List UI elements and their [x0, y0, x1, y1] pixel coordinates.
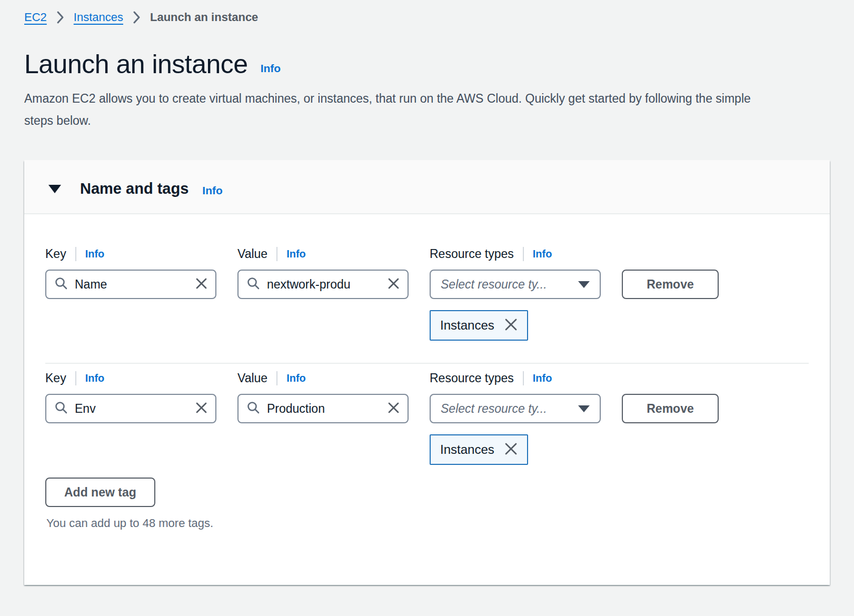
key-label: Key — [45, 247, 66, 261]
label-divider — [276, 247, 277, 261]
search-icon — [246, 401, 261, 417]
select-placeholder: Select resource ty... — [441, 402, 572, 416]
page-description: Amazon EC2 allows you to create virtual … — [24, 87, 777, 132]
remove-column: Remove — [622, 371, 719, 423]
label-divider — [75, 247, 76, 261]
breadcrumb: EC2 Instances Launch an instance — [24, 9, 830, 25]
value-input[interactable] — [267, 277, 381, 292]
key-input-wrapper — [45, 270, 216, 299]
resource-types-label: Resource types — [430, 247, 514, 261]
row-divider — [45, 363, 809, 364]
name-tags-card: Name and tags Info Key Info — [24, 160, 830, 585]
tag-row: Key Info — [45, 371, 809, 465]
key-label: Key — [45, 371, 66, 385]
resource-types-field: Resource types Info Select resource ty..… — [430, 371, 601, 465]
chip-dismiss-button[interactable] — [504, 317, 518, 333]
value-input-wrapper — [237, 270, 409, 299]
value-field: Value Info — [237, 371, 409, 423]
key-input[interactable] — [75, 277, 188, 292]
close-icon — [387, 401, 400, 416]
selected-resource-chips: Instances — [430, 434, 601, 465]
close-icon — [504, 317, 518, 333]
page-title: Launch an instance — [24, 49, 248, 79]
resource-types-info-link[interactable]: Info — [533, 248, 552, 260]
breadcrumb-chevron-icon — [133, 11, 141, 24]
key-field: Key Info — [45, 247, 216, 299]
label-divider — [276, 371, 277, 385]
name-tags-body: Key Info — [24, 214, 830, 585]
page-title-info-link[interactable]: Info — [261, 62, 281, 79]
resource-types-info-link[interactable]: Info — [533, 372, 552, 384]
key-info-link[interactable]: Info — [85, 372, 105, 384]
key-clear-button[interactable] — [195, 401, 208, 416]
tag-row: Key Info — [45, 247, 809, 341]
value-label: Value — [237, 247, 267, 261]
resource-types-field: Resource types Info Select resource ty..… — [430, 247, 601, 341]
label-divider — [523, 371, 524, 385]
value-input-wrapper — [237, 394, 409, 423]
remove-tag-button[interactable]: Remove — [622, 394, 719, 423]
close-icon — [195, 401, 208, 416]
value-field-label-row: Value Info — [237, 247, 409, 261]
value-input[interactable] — [267, 402, 381, 416]
resource-types-label-row: Resource types Info — [430, 247, 601, 261]
value-field-label-row: Value Info — [237, 371, 409, 385]
key-field-label-row: Key Info — [45, 247, 216, 261]
caret-down-icon — [578, 405, 590, 412]
resource-types-select[interactable]: Select resource ty... — [430, 394, 601, 423]
breadcrumb-link-ec2[interactable]: EC2 — [24, 9, 47, 25]
caret-down-icon — [578, 281, 590, 288]
value-clear-button[interactable] — [387, 401, 400, 416]
launch-instance-page: EC2 Instances Launch an instance Launch … — [0, 0, 854, 585]
key-clear-button[interactable] — [195, 277, 208, 292]
breadcrumb-link-instances[interactable]: Instances — [74, 9, 123, 25]
value-field: Value Info — [237, 247, 409, 299]
breadcrumb-chevron-icon — [56, 11, 64, 24]
key-input[interactable] — [75, 402, 188, 416]
tags-remaining-note: You can add up to 48 more tags. — [46, 516, 809, 530]
label-divider — [75, 371, 76, 385]
key-field: Key Info — [45, 371, 216, 423]
resource-types-label: Resource types — [430, 371, 514, 385]
close-icon — [387, 277, 400, 292]
key-input-wrapper — [45, 394, 216, 423]
value-clear-button[interactable] — [387, 277, 400, 292]
search-icon — [54, 276, 68, 293]
key-field-label-row: Key Info — [45, 371, 216, 385]
chip-label: Instances — [440, 442, 494, 457]
resource-types-select[interactable]: Select resource ty... — [430, 270, 601, 299]
name-tags-section-header[interactable]: Name and tags Info — [24, 160, 830, 214]
page-title-row: Launch an instance Info — [24, 49, 830, 79]
section-info-link[interactable]: Info — [202, 184, 222, 197]
remove-column: Remove — [622, 247, 719, 299]
resource-chip-instances: Instances — [430, 310, 528, 341]
remove-tag-button[interactable]: Remove — [622, 270, 719, 299]
collapse-triangle-icon[interactable] — [48, 185, 61, 193]
value-info-link[interactable]: Info — [286, 372, 306, 384]
select-placeholder: Select resource ty... — [441, 277, 572, 292]
add-new-tag-button[interactable]: Add new tag — [45, 478, 155, 507]
close-icon — [504, 442, 518, 458]
add-tag-row: Add new tag — [45, 478, 809, 507]
value-label: Value — [237, 371, 267, 385]
chip-dismiss-button[interactable] — [504, 442, 518, 458]
close-icon — [195, 277, 208, 292]
search-icon — [54, 401, 68, 417]
selected-resource-chips: Instances — [430, 310, 601, 341]
section-title: Name and tags — [80, 180, 188, 197]
resource-types-label-row: Resource types Info — [430, 371, 601, 385]
label-divider — [523, 247, 524, 261]
chip-label: Instances — [440, 318, 494, 333]
key-info-link[interactable]: Info — [85, 248, 105, 260]
value-info-link[interactable]: Info — [286, 248, 306, 260]
breadcrumb-current: Launch an instance — [150, 9, 258, 25]
search-icon — [246, 276, 261, 293]
resource-chip-instances: Instances — [430, 434, 528, 465]
